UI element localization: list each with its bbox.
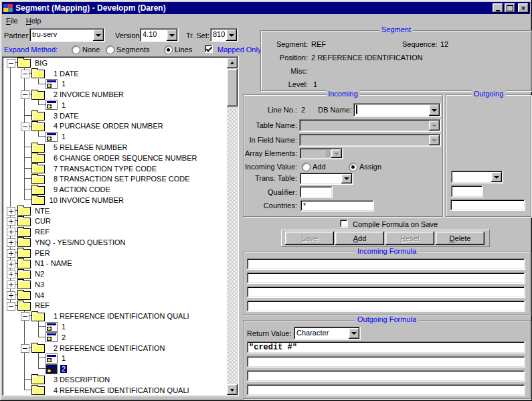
partner-combo-dropdown[interactable]	[93, 29, 104, 41]
radio-lines[interactable]	[164, 46, 173, 54]
trans-table-combo[interactable]	[300, 173, 353, 185]
mapped-only-checkbox[interactable]	[205, 45, 213, 53]
minimize-button[interactable]	[493, 3, 503, 13]
version-combo-dropdown[interactable]	[167, 29, 177, 41]
tree-node[interactable]: 4 PURCHASE ORDER NUMBER	[3, 121, 227, 132]
tree-toggle-plus-icon[interactable]	[7, 291, 15, 300]
tree-toggle-minus-icon[interactable]	[21, 90, 29, 99]
tree-node[interactable]: 10 INVOICE NUMBER	[3, 195, 227, 206]
compile-formula-label[interactable]: Compile Formula on Save	[353, 220, 438, 228]
tree-toggle-minus-icon[interactable]	[21, 123, 29, 131]
tree-node[interactable]: N4	[3, 290, 227, 301]
trset-combo[interactable]: 810	[210, 28, 238, 42]
trset-combo-dropdown[interactable]	[226, 29, 237, 41]
tree-node[interactable]: 2 REFERENCE IDENTIFICATION	[3, 343, 227, 353]
radio-lines-label[interactable]: Lines	[175, 46, 192, 54]
outgoing-combo[interactable]	[451, 171, 503, 183]
partner-combo[interactable]: tru-serv	[29, 28, 105, 42]
qualifier-input[interactable]	[300, 186, 333, 198]
tree-node[interactable]: YNQ - YES/NO QUESTION	[3, 237, 227, 248]
add-button[interactable]: Add	[335, 232, 384, 245]
radio-none-label[interactable]: None	[82, 46, 100, 54]
outgoing-combo-dropdown[interactable]	[491, 172, 502, 182]
tree-node[interactable]: REF	[3, 226, 227, 237]
tree-toggle-plus-icon[interactable]	[7, 270, 15, 278]
tree-node[interactable]: 2	[3, 332, 227, 343]
tree-toggle-plus-icon[interactable]	[7, 249, 15, 258]
tree-node[interactable]: 2	[3, 364, 227, 374]
tree-node[interactable]: 8 TRANSACTION SET PURPOSE CODE	[3, 173, 227, 184]
radio-assign[interactable]	[349, 163, 357, 171]
trans-table-combo-dropdown[interactable]	[341, 174, 352, 183]
menu-help[interactable]: Help	[22, 15, 46, 26]
compile-formula-checkbox[interactable]	[340, 220, 348, 228]
tree-toggle-plus-icon[interactable]	[7, 238, 15, 247]
tree-toggle-minus-icon[interactable]	[7, 59, 15, 68]
delete-button[interactable]: Delete	[436, 232, 484, 245]
tree-toggle-minus-icon[interactable]	[21, 344, 29, 353]
tree-node[interactable]: 9 ACTION CODE	[3, 184, 227, 195]
tree-node[interactable]: 2 INVOICE NUMBER	[3, 89, 227, 100]
outgoing-countries-input[interactable]	[450, 199, 525, 211]
tree-node[interactable]: 1 REFERENCE IDENTIFICATION QUALI	[3, 311, 227, 321]
incoming-formula-row[interactable]	[247, 272, 525, 284]
menu-file[interactable]: File	[2, 15, 22, 26]
tree-node[interactable]: 6 CHANGE ORDER SEQUENCE NUMBER	[3, 153, 227, 163]
db-name-combo-dropdown[interactable]	[429, 104, 440, 116]
radio-add[interactable]	[302, 163, 311, 171]
outgoing-formula-row[interactable]: "credit #"	[247, 341, 525, 353]
maximize-button[interactable]	[505, 3, 515, 13]
radio-segments-label[interactable]: Segments	[116, 46, 150, 54]
tree-toggle-plus-icon[interactable]	[7, 280, 15, 289]
radio-segments[interactable]	[106, 46, 114, 54]
incoming-formula-row[interactable]	[247, 258, 525, 270]
countries-input[interactable]: *	[300, 200, 374, 212]
return-value-combo-dropdown[interactable]	[349, 328, 359, 339]
tree-toggle-plus-icon[interactable]	[7, 260, 15, 268]
tree-node[interactable]: PER	[3, 248, 227, 258]
tree-node[interactable]: 1	[3, 100, 227, 110]
tree-node[interactable]: REF	[3, 301, 227, 311]
tree-node[interactable]: 4 REFERENCE IDENTIFICATION QUALI	[3, 385, 227, 395]
save-button[interactable]: Save	[285, 232, 334, 245]
tree-node[interactable]: 5 RELEASE NUMBER	[3, 142, 227, 153]
tree-node[interactable]: 1	[3, 79, 227, 90]
mapped-only-label[interactable]: Mapped Only	[217, 46, 261, 54]
tree-node[interactable]: N1 - NAME	[3, 258, 227, 269]
return-value-combo[interactable]: Character	[294, 327, 361, 340]
tree-toggle-plus-icon[interactable]	[7, 228, 15, 236]
scrollbar-thumb[interactable]	[227, 69, 238, 106]
tree-node[interactable]: BIG	[3, 58, 227, 68]
tree-scrollbar[interactable]	[227, 58, 238, 395]
tree-node[interactable]: CUR	[3, 216, 227, 226]
radio-add-label[interactable]: Add	[313, 163, 326, 171]
tree-node[interactable]: 3 DESCRIPTION	[3, 374, 227, 385]
tree-toggle-minus-icon[interactable]	[21, 70, 29, 78]
tree-node[interactable]: 3 DATE	[3, 110, 227, 121]
outgoing-formula-row[interactable]	[247, 356, 525, 368]
db-name-combo[interactable]	[353, 103, 441, 117]
outgoing-formula-row[interactable]	[247, 384, 525, 396]
reset-button[interactable]: Reset	[385, 232, 434, 245]
tree-toggle-plus-icon[interactable]	[7, 207, 15, 216]
outgoing-qualifier-input[interactable]	[451, 185, 483, 197]
incoming-formula-row[interactable]	[247, 287, 525, 298]
scroll-down-button[interactable]	[227, 384, 238, 395]
radio-assign-label[interactable]: Assign	[359, 163, 381, 171]
tree-node[interactable]: 1	[3, 131, 227, 142]
tree-node[interactable]: 1	[3, 321, 227, 332]
tree-toggle-plus-icon[interactable]	[7, 217, 15, 226]
outgoing-formula-row[interactable]	[247, 370, 525, 382]
incoming-formula-row[interactable]	[247, 301, 525, 312]
close-button[interactable]: ×	[518, 3, 529, 13]
tree-node[interactable]: 1	[3, 353, 227, 364]
tree-toggle-minus-icon[interactable]	[7, 302, 15, 311]
tree-node[interactable]: 1 DATE	[3, 68, 227, 79]
scroll-up-button[interactable]	[227, 58, 238, 68]
radio-none[interactable]	[72, 46, 80, 54]
tree-node[interactable]: N2	[3, 268, 227, 279]
tree-node[interactable]: NTE	[3, 206, 227, 216]
version-combo[interactable]: 4.10	[140, 28, 179, 42]
tree-node[interactable]: 7 TRANSACTION TYPE CODE	[3, 163, 227, 174]
tree-node[interactable]: N3	[3, 279, 227, 290]
